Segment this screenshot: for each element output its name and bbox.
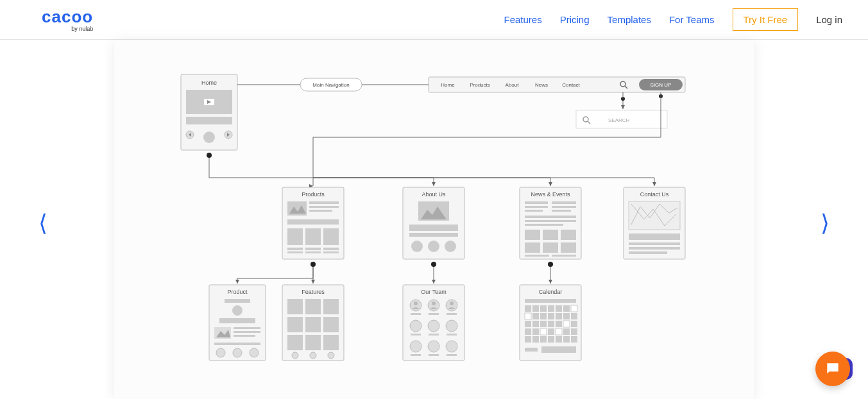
svg-rect-171	[563, 321, 570, 327]
template-canvas: Home Main Navigation Home Pro	[114, 40, 754, 399]
svg-point-11	[207, 153, 212, 158]
svg-rect-152	[525, 305, 531, 312]
svg-point-124	[310, 352, 316, 359]
svg-rect-140	[411, 334, 421, 335]
svg-text:News: News	[535, 82, 548, 88]
svg-rect-45	[309, 201, 339, 204]
login-link[interactable]: Log in	[816, 14, 842, 25]
svg-rect-116	[323, 299, 339, 314]
svg-text:Product: Product	[227, 289, 248, 295]
logo-subtitle: by nulab	[71, 26, 93, 32]
svg-rect-63	[409, 225, 458, 231]
wf-ourteam-card: Our Team	[403, 285, 464, 361]
svg-rect-102	[219, 318, 255, 323]
svg-rect-64	[409, 233, 458, 237]
svg-point-68	[431, 262, 436, 267]
svg-rect-153	[532, 305, 539, 312]
svg-rect-183	[548, 336, 554, 343]
svg-rect-82	[561, 230, 576, 240]
svg-rect-48	[287, 219, 339, 225]
carousel-next[interactable]: ⟩	[821, 210, 830, 237]
svg-rect-157	[563, 305, 570, 312]
logo-text: cacoo	[42, 7, 93, 27]
try-free-button[interactable]: Try It Free	[733, 8, 799, 31]
svg-rect-50	[305, 228, 321, 245]
svg-rect-160	[532, 313, 539, 319]
svg-rect-154	[540, 305, 547, 312]
svg-rect-120	[287, 335, 303, 350]
wf-news-card: News & Events	[520, 187, 581, 259]
svg-text:Our Team: Our Team	[421, 289, 446, 295]
wf-aboutus-card: About Us	[403, 187, 464, 259]
svg-rect-52	[287, 248, 303, 250]
svg-rect-105	[234, 327, 260, 329]
svg-rect-71	[525, 201, 548, 204]
svg-rect-77	[525, 216, 576, 218]
svg-rect-187	[525, 348, 538, 352]
svg-rect-156	[556, 305, 562, 312]
svg-point-137	[410, 320, 421, 332]
svg-rect-74	[552, 206, 576, 208]
svg-rect-164	[563, 313, 570, 319]
svg-rect-162	[548, 313, 554, 319]
svg-point-145	[446, 341, 457, 352]
svg-text:SEARCH: SEARCH	[608, 117, 630, 123]
svg-rect-47	[309, 210, 332, 212]
svg-rect-174	[532, 328, 539, 335]
svg-rect-151	[525, 299, 576, 303]
svg-rect-55	[287, 251, 303, 253]
wf-calendar-card: Calendar	[520, 285, 581, 361]
svg-rect-184	[556, 336, 562, 343]
svg-point-111	[250, 348, 259, 357]
svg-rect-181	[532, 336, 539, 343]
svg-rect-114	[287, 299, 303, 314]
svg-rect-172	[571, 321, 577, 327]
svg-rect-134	[411, 313, 421, 315]
svg-rect-78	[525, 220, 576, 222]
sitemap-diagram: Home Main Navigation Home Pro	[114, 40, 754, 399]
svg-rect-122	[323, 335, 339, 350]
svg-rect-136	[447, 313, 457, 315]
svg-rect-148	[447, 354, 457, 356]
carousel-prev[interactable]: ⟨	[38, 210, 47, 237]
svg-rect-95	[629, 251, 667, 254]
nav-for-teams[interactable]: For Teams	[669, 14, 715, 25]
svg-rect-93	[629, 242, 680, 245]
svg-rect-180	[525, 336, 531, 343]
svg-rect-167	[532, 321, 539, 327]
svg-text:Home: Home	[201, 80, 217, 86]
logo[interactable]: cacoo by nulab	[42, 7, 93, 32]
nav-features[interactable]: Features	[504, 14, 541, 25]
wf-product-card: Product	[209, 285, 266, 361]
svg-rect-56	[305, 251, 321, 253]
svg-rect-79	[525, 224, 563, 226]
svg-rect-135	[429, 313, 439, 315]
wf-products-card: Products	[282, 187, 344, 259]
svg-rect-57	[323, 251, 339, 253]
nav-pricing[interactable]: Pricing	[560, 14, 590, 25]
svg-point-58	[311, 262, 316, 267]
svg-rect-72	[552, 201, 576, 204]
svg-rect-85	[561, 242, 576, 253]
svg-point-143	[410, 341, 421, 352]
svg-rect-100	[225, 299, 250, 303]
svg-rect-117	[287, 317, 303, 332]
svg-rect-119	[323, 317, 339, 332]
svg-text:Products: Products	[470, 82, 490, 88]
site-header: cacoo by nulab Features Pricing Template…	[0, 0, 868, 40]
svg-text:About Us: About Us	[421, 191, 446, 198]
svg-rect-173	[525, 328, 531, 335]
svg-point-66	[428, 241, 439, 252]
svg-rect-155	[548, 305, 554, 312]
svg-rect-142	[447, 334, 457, 335]
svg-rect-46	[309, 206, 339, 208]
chat-icon	[824, 361, 841, 377]
svg-text:Calendar: Calendar	[539, 289, 563, 295]
svg-rect-177	[556, 328, 562, 335]
chat-widget-button[interactable]	[815, 352, 850, 386]
svg-text:Products: Products	[302, 191, 325, 198]
svg-rect-53	[305, 248, 321, 250]
top-nav: Features Pricing Templates For Teams Try…	[504, 8, 842, 31]
nav-templates[interactable]: Templates	[608, 14, 651, 25]
svg-rect-176	[548, 328, 554, 335]
